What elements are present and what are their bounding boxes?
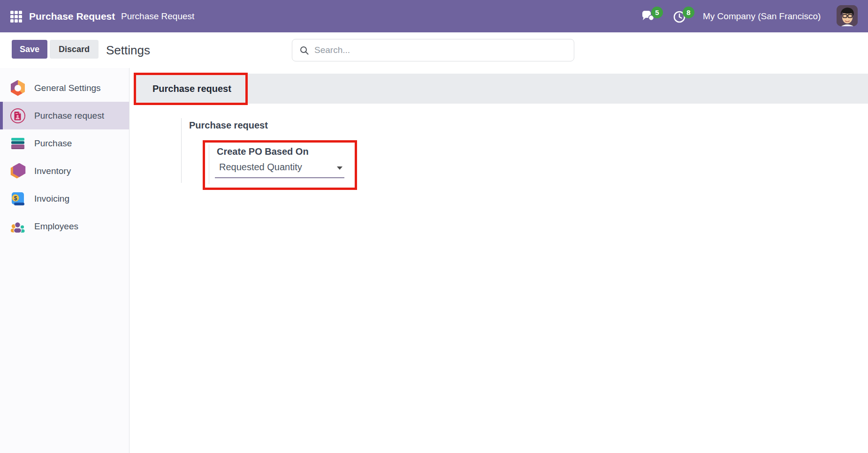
search-input[interactable] <box>314 45 574 55</box>
create-po-based-on-select[interactable]: Requested Quantity <box>215 159 344 178</box>
setting-box-divider-line <box>209 144 209 184</box>
setting-label: Create PO Based On <box>217 146 309 157</box>
svg-text:$: $ <box>14 195 17 201</box>
user-avatar[interactable] <box>837 5 858 26</box>
save-button[interactable]: Save <box>12 40 47 59</box>
settings-tab-strip: Purchase request <box>135 74 868 104</box>
invoicing-icon: $ <box>10 191 26 207</box>
company-switcher[interactable]: My Company (San Francisco) <box>703 0 821 32</box>
page-title: Settings <box>106 32 150 68</box>
messages-badge: 5 <box>651 7 663 18</box>
sidebar-item-purchase-request[interactable]: Purchase request <box>0 102 129 129</box>
sidebar-item-general-settings[interactable]: General Settings <box>0 74 129 102</box>
sidebar-item-employees[interactable]: Employees <box>0 212 129 240</box>
search-box <box>292 39 574 61</box>
settings-sidebar: General Settings Purchase request Purcha… <box>0 68 129 453</box>
discard-button[interactable]: Discard <box>50 40 99 59</box>
sidebar-item-inventory[interactable]: Inventory <box>0 157 129 185</box>
activities-badge: 8 <box>683 7 694 18</box>
section-title: Purchase request <box>189 120 268 131</box>
employees-icon <box>10 219 26 234</box>
top-navbar: Purchase Request Purchase Request 5 8 My… <box>0 0 868 32</box>
control-panel: Save Discard Settings <box>0 32 868 68</box>
select-underline <box>215 177 344 178</box>
purchase-request-icon <box>10 108 26 124</box>
app-title[interactable]: Purchase Request <box>29 0 115 32</box>
general-settings-icon <box>10 80 26 96</box>
section-divider-line <box>181 118 182 183</box>
select-value: Requested Quantity <box>219 162 302 173</box>
settings-page: Purchase Request Purchase Request 5 8 My… <box>0 0 868 453</box>
chevron-down-icon <box>337 166 343 170</box>
apps-grid-icon[interactable] <box>10 11 22 23</box>
inventory-icon <box>10 163 26 179</box>
sidebar-item-invoicing[interactable]: $ Invoicing <box>0 185 129 212</box>
tab-purchase-request[interactable]: Purchase request <box>152 74 231 104</box>
search-icon <box>300 46 309 55</box>
purchase-icon <box>10 136 26 151</box>
sidebar-item-purchase[interactable]: Purchase <box>0 129 129 157</box>
menu-item-purchase-request[interactable]: Purchase Request <box>121 0 194 32</box>
